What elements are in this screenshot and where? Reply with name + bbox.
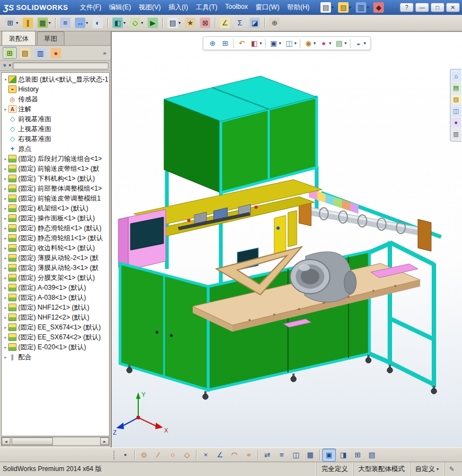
- tree-root-item[interactable]: ▾ 总装图 (默认<默认_显示状态-1: [3, 74, 109, 84]
- status-fully-defined[interactable]: 完全定义: [316, 462, 353, 476]
- mass-properties-icon[interactable]: Σ: [233, 17, 247, 30]
- expand-caret-icon[interactable]: ▸: [3, 285, 8, 290]
- view-palette-icon[interactable]: ◫: [451, 106, 461, 116]
- configurationmanager-tab[interactable]: ▥: [34, 47, 47, 59]
- edit-appearance-icon[interactable]: ●▾: [318, 37, 333, 49]
- expand-caret-icon[interactable]: ▸: [3, 186, 8, 191]
- toolbar-grip[interactable]: [113, 451, 116, 459]
- tree-item-component[interactable]: ▸(固定) 前输送皮带组<1> (默: [3, 164, 109, 174]
- expand-caret-icon[interactable]: ▸: [3, 325, 8, 330]
- interference-detection-icon[interactable]: ⊠: [198, 17, 212, 30]
- linear-sketch-pattern-icon[interactable]: ▦: [303, 448, 317, 462]
- expand-caret-icon[interactable]: ▸: [3, 335, 8, 340]
- tree-item-component[interactable]: ▸(固定) 分膜支架<1> (默认): [3, 273, 109, 283]
- previous-view-icon[interactable]: ↶: [235, 37, 248, 49]
- tree-item-history[interactable]: ◓History: [3, 84, 109, 94]
- scroll-right-button[interactable]: ►: [100, 437, 109, 445]
- tree-item-component[interactable]: ▸(固定) 前输送皮带调整模组1: [3, 193, 109, 203]
- mirror-entities-icon[interactable]: ◫: [289, 448, 303, 462]
- status-large-assembly-mode[interactable]: 大型装配体模式: [353, 462, 410, 476]
- menu-insert[interactable]: 插入(I): [165, 1, 192, 14]
- tab-assembly[interactable]: 装配体: [2, 31, 36, 45]
- view-settings-icon[interactable]: ◒▾: [352, 37, 368, 49]
- tree-item-component[interactable]: ▸(固定) A-038<1> (默认): [3, 293, 109, 302]
- section-view-icon[interactable]: ◧▾: [248, 37, 263, 49]
- scroll-left-button[interactable]: ◄: [2, 437, 10, 445]
- grid-system-icon[interactable]: ⊞: [351, 448, 365, 462]
- tree-item-plane[interactable]: ◇右视基准面: [3, 134, 109, 144]
- scroll-thumb[interactable]: [12, 437, 53, 445]
- expand-caret-icon[interactable]: ▸: [3, 266, 8, 271]
- dropdown-arrow-icon[interactable]: ▾: [331, 5, 334, 10]
- reference-geometry-icon[interactable]: ◇▾: [128, 17, 145, 30]
- dropdown-arrow-icon[interactable]: ▾: [16, 20, 18, 26]
- section-view-icon[interactable]: ◪: [248, 17, 262, 30]
- tree-item-component[interactable]: ▸(固定) 静态滑轮组1<1> (默认: [3, 233, 109, 243]
- expand-caret-icon[interactable]: ▸: [3, 216, 8, 221]
- select-cursor-icon[interactable]: ▪: [118, 448, 132, 462]
- expand-caret-icon[interactable]: ▸: [3, 315, 8, 320]
- tab-sketch[interactable]: 草图: [37, 31, 64, 45]
- zoom-fit-icon[interactable]: ⊕: [206, 37, 219, 49]
- dropdown-arrow-icon[interactable]: ▾: [329, 41, 331, 46]
- tree-item-sensors[interactable]: ◎传感器: [3, 94, 109, 104]
- dropdown-arrow-icon[interactable]: ▾: [178, 20, 181, 26]
- tree-item-component[interactable]: ▸(固定) 收边料轮<1> (默认): [3, 243, 109, 253]
- open-icon[interactable]: ▨▾: [336, 1, 353, 14]
- expand-caret-icon[interactable]: ▸: [3, 345, 8, 350]
- right-support-frame[interactable]: [369, 241, 434, 387]
- filter-dropdown-arrow-icon[interactable]: ▾: [9, 63, 11, 68]
- status-custom[interactable]: 自定义▾: [410, 462, 444, 476]
- spline-tool-icon[interactable]: ≈: [242, 448, 256, 462]
- menu-help[interactable]: 帮助(H): [283, 1, 313, 14]
- expand-caret-icon[interactable]: ▸: [3, 355, 8, 360]
- dropdown-arrow-icon[interactable]: ▾: [313, 41, 316, 46]
- expand-caret-icon[interactable]: ▸: [3, 226, 8, 231]
- tree-item-component[interactable]: ▸(固定) NHF12<1> (默认): [3, 302, 109, 312]
- filter-funnel-icon[interactable]: ▼: [2, 62, 7, 69]
- operator-panel[interactable]: [118, 209, 166, 270]
- dropdown-arrow-icon[interactable]: ▾: [294, 41, 296, 46]
- tree-item-plane[interactable]: ◇上视基准面: [3, 124, 109, 134]
- dropdown-arrow-icon[interactable]: ▾: [259, 41, 262, 46]
- dropdown-arrow-icon[interactable]: ▾: [141, 20, 143, 26]
- maximize-button[interactable]: □: [431, 3, 444, 12]
- solidworks-resources-icon[interactable]: ⌂: [451, 71, 461, 82]
- expand-caret-icon[interactable]: ▸: [3, 166, 8, 171]
- circle-tool-icon[interactable]: ⊙: [137, 448, 151, 462]
- dropdown-arrow-icon[interactable]: ▾: [345, 41, 347, 46]
- hopper-assembly[interactable]: [164, 76, 317, 193]
- dropdown-arrow-icon[interactable]: ▾: [123, 20, 126, 26]
- assembly-features-icon[interactable]: ◧▾: [111, 17, 127, 30]
- tree-item-plane[interactable]: ◇前视基准面: [3, 114, 109, 124]
- hide-show-items-icon[interactable]: ◉▾: [302, 37, 317, 49]
- custom-properties-icon[interactable]: ▥: [451, 129, 461, 139]
- minimize-button[interactable]: —: [415, 3, 429, 12]
- measure-icon[interactable]: ∠: [218, 17, 232, 30]
- tree-item-component[interactable]: ▸(固定) 后段封刀输送组合<1>: [3, 154, 109, 164]
- menu-tools[interactable]: 工具(T): [192, 1, 221, 14]
- appearances-icon[interactable]: ●: [451, 117, 461, 128]
- new-document-icon[interactable]: ▤▾: [319, 1, 335, 14]
- new-motion-study-icon[interactable]: ▶: [146, 17, 160, 30]
- dropdown-arrow-icon[interactable]: ▾: [86, 20, 88, 26]
- design-library-icon[interactable]: ▤: [451, 83, 461, 93]
- assembly-3d-model[interactable]: Y X Z: [112, 32, 462, 447]
- tree-item-component[interactable]: ▸(固定) NHF12<2> (默认): [3, 312, 109, 322]
- tree-item-component[interactable]: ▸(固定) 薄膜从动轮-2<1> (默: [3, 253, 109, 263]
- sketch-table-icon[interactable]: ▤: [365, 448, 379, 462]
- tree-item-origin[interactable]: +原点: [3, 144, 109, 154]
- close-button[interactable]: ✕: [446, 3, 460, 12]
- rebuild-icon[interactable]: ◆: [372, 1, 385, 14]
- tree-item-component[interactable]: ▸(固定) 前部整体调整模组<1>: [3, 183, 109, 193]
- collapse-caret-icon[interactable]: ▾: [3, 77, 8, 82]
- expand-caret-icon[interactable]: ▸: [3, 295, 8, 300]
- expand-caret-icon[interactable]: ▸: [3, 156, 8, 161]
- dropdown-arrow-icon[interactable]: ▾: [437, 467, 439, 472]
- panel-expand-chevron[interactable]: »: [101, 48, 108, 57]
- expand-caret-icon[interactable]: ▸: [3, 206, 8, 211]
- polygon-tool-icon[interactable]: ◇: [180, 448, 194, 462]
- menu-toolbox[interactable]: Toolbox: [221, 1, 252, 14]
- ellipse-tool-icon[interactable]: ○: [166, 448, 180, 462]
- menu-view[interactable]: 视图(V): [135, 1, 165, 14]
